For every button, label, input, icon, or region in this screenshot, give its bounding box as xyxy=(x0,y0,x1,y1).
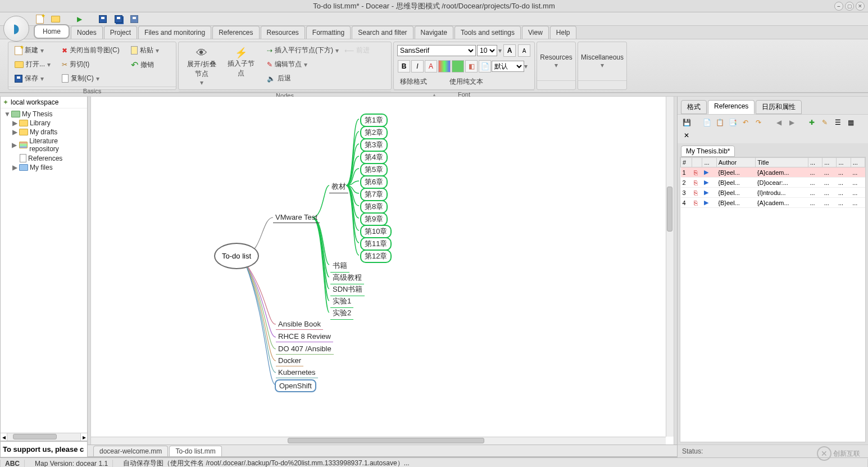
chevron-right-icon[interactable]: ▶ xyxy=(12,164,17,171)
mindmap-node-teach[interactable]: 教材 xyxy=(329,181,348,193)
workspace-root-label[interactable]: local workspace xyxy=(11,98,58,106)
col-x4[interactable]: ... xyxy=(851,158,865,167)
paste-button[interactable]: 粘贴 ▾ xyxy=(128,44,162,57)
mindmap-node-chap6[interactable]: 第6章 xyxy=(360,175,388,189)
minimize-icon[interactable]: ‒ xyxy=(834,2,843,11)
font-big-a-icon[interactable]: A xyxy=(503,44,516,57)
maximize-icon[interactable]: ▢ xyxy=(845,2,854,11)
col-num[interactable]: # xyxy=(681,158,692,167)
close-icon[interactable]: ✕ xyxy=(856,2,865,11)
save-as-icon[interactable] xyxy=(128,13,140,25)
col-pdf[interactable] xyxy=(692,158,702,167)
tree-item-drafts[interactable]: ▶My drafts xyxy=(4,128,87,137)
mindmap-node-sub4[interactable]: 实验1 xyxy=(330,296,353,308)
paste-ref-icon[interactable]: 📋 xyxy=(714,117,725,128)
mindmap-node-ex6-selected[interactable]: OpenShift xyxy=(275,379,316,392)
font-family-select[interactable]: SansSerif xyxy=(397,45,476,56)
table-row[interactable]: 3⎘▶{B}eel...{I}ntrodu............... xyxy=(681,188,865,198)
menu-view[interactable]: View xyxy=(522,26,549,39)
table-row[interactable]: 1⎘▶{B}eel...{A}cadem............... xyxy=(681,167,865,178)
mindmap-node-sub2[interactable]: 高级教程 xyxy=(330,272,364,284)
mindmap-node-chap9[interactable]: 第9章 xyxy=(360,212,388,226)
clear-format-button[interactable]: 移除格式 xyxy=(397,75,430,88)
italic-icon[interactable]: I xyxy=(411,60,424,72)
mindmap-node-ex2[interactable]: RHCE 8 Review xyxy=(276,332,333,342)
font-small-a-icon[interactable]: A xyxy=(518,44,530,57)
insert-child-button[interactable]: ⚡插入子节点 xyxy=(221,44,261,81)
redo-ref-icon[interactable]: ↷ xyxy=(753,117,764,128)
dup-ref-icon[interactable]: 📑 xyxy=(727,117,738,128)
plain-text-button[interactable]: 使用纯文本 xyxy=(447,75,486,88)
add-ref-icon[interactable]: ✚ xyxy=(806,117,817,128)
menu-resources[interactable]: Resources xyxy=(261,26,305,39)
menu-formatting[interactable]: Formatting xyxy=(306,26,351,39)
undo-ref-icon[interactable]: ↶ xyxy=(740,117,751,128)
tab-format[interactable]: 格式 xyxy=(681,100,707,114)
save-ref-icon[interactable]: 💾 xyxy=(681,117,692,128)
menu-help[interactable]: Help xyxy=(550,26,576,39)
save-all-icon[interactable] xyxy=(112,13,125,25)
tree-item-library[interactable]: ▶Library xyxy=(4,119,87,128)
mindmap-node-sub3[interactable]: SDN书籍 xyxy=(330,284,365,296)
grid-ref-icon[interactable]: ▦ xyxy=(845,117,856,128)
scrollbar-vertical[interactable] xyxy=(666,97,674,437)
workspace-scroll[interactable]: ◂▸ xyxy=(1,433,87,441)
undo-button[interactable]: ↶撤销 xyxy=(128,58,162,72)
mindmap-node-chap4[interactable]: 第4章 xyxy=(360,151,388,164)
menu-project[interactable]: Project xyxy=(104,26,137,39)
mindmap-node-chap12[interactable]: 第12章 xyxy=(360,250,392,263)
edit-node-button[interactable]: ✎编辑节点 ▾ xyxy=(264,58,372,71)
font-color-icon[interactable]: A xyxy=(425,60,437,72)
list-ref-icon[interactable]: ☰ xyxy=(832,117,843,128)
mindmap-node-chap7[interactable]: 第7章 xyxy=(360,188,388,201)
bold-icon[interactable]: B xyxy=(398,60,410,72)
expand-collapse-button[interactable]: 👁展开/折叠节点▾ xyxy=(182,44,221,89)
col-x3[interactable]: ... xyxy=(837,158,851,167)
tree-item-lit[interactable]: ▶Literature repository xyxy=(4,137,87,153)
menu-navigate[interactable]: Navigate xyxy=(415,26,453,39)
save-button[interactable]: 保存 ▾ xyxy=(12,72,53,85)
mindmap-node-chap3[interactable]: 第3章 xyxy=(360,138,388,152)
open-folder-icon[interactable] xyxy=(49,13,62,25)
mindmap-node-vtest[interactable]: VMware Test xyxy=(273,212,320,223)
mindmap-node-chap2[interactable]: 第2章 xyxy=(360,126,388,139)
mindmap-node-chap5[interactable]: 第5章 xyxy=(360,163,388,176)
menu-tools[interactable]: Tools and settings xyxy=(455,26,521,39)
references-table[interactable]: # ... Author Title ... ... ... ... 1⎘▶{B… xyxy=(680,157,866,442)
new-doc-icon[interactable] xyxy=(34,13,46,25)
mindmap-node-ex4[interactable]: Docker xyxy=(276,356,303,366)
tab-references[interactable]: References xyxy=(708,100,755,114)
insert-parallel-button[interactable]: ⇢插入平行节点(下方) ▾ ⟵ 前进 xyxy=(264,44,372,57)
col-author[interactable]: Author xyxy=(716,158,756,167)
highlight-icon[interactable] xyxy=(438,60,451,72)
col-x2[interactable]: ... xyxy=(822,158,837,167)
col-web[interactable]: ... xyxy=(702,158,716,167)
chevron-down-icon[interactable]: ▼ xyxy=(4,110,10,118)
run-icon[interactable]: ▶ xyxy=(73,13,85,25)
mindmap-node-ex5[interactable]: Kubernetes xyxy=(276,368,318,378)
mindmap-node-sub5[interactable]: 实验2 xyxy=(330,307,353,320)
copy-ref-icon[interactable]: 📄 xyxy=(701,117,712,128)
tree-item-files[interactable]: ▶My files xyxy=(4,163,87,172)
misc-button[interactable]: Miscellaneous▾ xyxy=(580,51,624,72)
resources-button[interactable]: Resources▾ xyxy=(539,51,573,72)
menu-home[interactable]: Home xyxy=(34,24,70,39)
splitter-left[interactable] xyxy=(88,97,91,445)
tool-ref-icon[interactable]: ✕ xyxy=(681,130,692,141)
mindmap-node-chap10[interactable]: 第10章 xyxy=(360,225,392,238)
copy-button[interactable]: 复制(C) ▾ xyxy=(59,72,122,85)
next-ref-icon[interactable]: ▶ xyxy=(786,117,797,128)
table-row[interactable]: 4⎘▶{B}eel...{A}cadem............... xyxy=(681,198,865,208)
mindmap-node-chap11[interactable]: 第11章 xyxy=(360,237,392,251)
splitter-right[interactable] xyxy=(674,97,677,445)
abc-indicator[interactable]: ABC xyxy=(0,460,25,468)
mindmap-node-ex3[interactable]: DO 407 /Ansible xyxy=(276,344,334,355)
edit-ref-icon[interactable]: ✎ xyxy=(819,117,830,128)
col-x1[interactable]: ... xyxy=(808,158,822,167)
mindmap-node-chap1[interactable]: 第1章 xyxy=(360,114,388,127)
style-select[interactable]: 默认 xyxy=(492,61,524,72)
prev-ref-icon[interactable]: ◀ xyxy=(773,117,784,128)
app-logo-icon[interactable]: ◗ xyxy=(3,16,29,42)
mindmap-canvas[interactable]: To-do list VMware Test 教材 第1章 第2章 第3章 第4… xyxy=(88,97,677,445)
col-title[interactable]: Title xyxy=(756,158,808,167)
